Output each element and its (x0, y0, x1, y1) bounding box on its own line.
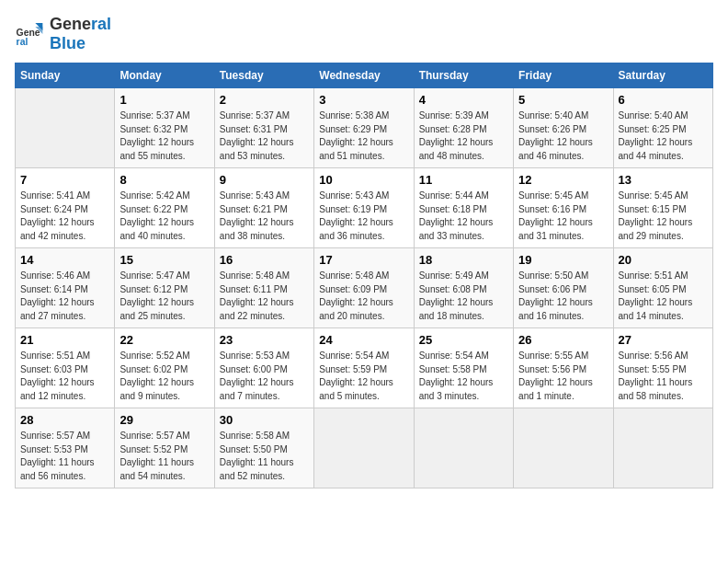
day-number: 16 (220, 253, 309, 267)
day-info: Sunrise: 5:40 AM Sunset: 6:26 PM Dayligh… (518, 109, 608, 163)
day-number: 27 (619, 333, 708, 347)
day-info: Sunrise: 5:52 AM Sunset: 6:02 PM Dayligh… (119, 350, 209, 403)
calendar-cell: 23Sunrise: 5:53 AM Sunset: 6:00 PM Dayli… (214, 328, 313, 408)
page-header: Gene ral General Blue (15, 15, 713, 53)
calendar-cell: 7Sunrise: 5:41 AM Sunset: 6:24 PM Daylig… (16, 168, 115, 248)
day-number: 18 (419, 253, 508, 267)
calendar-cell (514, 408, 613, 488)
day-info: Sunrise: 5:57 AM Sunset: 5:53 PM Dayligh… (20, 430, 109, 483)
day-info: Sunrise: 5:47 AM Sunset: 6:12 PM Dayligh… (119, 270, 209, 323)
day-number: 19 (518, 253, 608, 267)
day-info: Sunrise: 5:44 AM Sunset: 6:18 PM Dayligh… (419, 190, 508, 243)
weekday-header: Thursday (414, 63, 513, 88)
calendar-cell: 21Sunrise: 5:51 AM Sunset: 6:03 PM Dayli… (16, 328, 115, 408)
day-number: 12 (518, 173, 608, 187)
day-number: 4 (419, 93, 508, 107)
calendar-cell: 13Sunrise: 5:45 AM Sunset: 6:15 PM Dayli… (613, 168, 712, 248)
weekday-header: Friday (514, 63, 613, 88)
calendar-cell: 30Sunrise: 5:58 AM Sunset: 5:50 PM Dayli… (214, 408, 313, 488)
day-number: 8 (119, 173, 209, 187)
svg-text:ral: ral (17, 37, 28, 47)
day-number: 23 (220, 333, 309, 347)
calendar-cell: 26Sunrise: 5:55 AM Sunset: 5:56 PM Dayli… (514, 328, 613, 408)
day-number: 1 (119, 93, 209, 107)
day-info: Sunrise: 5:45 AM Sunset: 6:15 PM Dayligh… (619, 190, 708, 243)
calendar-body: 1Sunrise: 5:37 AM Sunset: 6:32 PM Daylig… (16, 88, 713, 488)
weekday-header: Wednesday (314, 63, 414, 88)
day-info: Sunrise: 5:48 AM Sunset: 6:11 PM Dayligh… (220, 270, 309, 323)
day-info: Sunrise: 5:58 AM Sunset: 5:50 PM Dayligh… (220, 430, 309, 483)
calendar-table: SundayMondayTuesdayWednesdayThursdayFrid… (15, 63, 713, 488)
day-number: 21 (20, 333, 109, 347)
day-number: 10 (319, 173, 408, 187)
calendar-week-row: 14Sunrise: 5:46 AM Sunset: 6:14 PM Dayli… (16, 248, 713, 328)
calendar-cell: 22Sunrise: 5:52 AM Sunset: 6:02 PM Dayli… (115, 328, 214, 408)
day-info: Sunrise: 5:48 AM Sunset: 6:09 PM Dayligh… (319, 270, 408, 323)
logo-text2: Blue (50, 34, 111, 53)
day-info: Sunrise: 5:51 AM Sunset: 6:03 PM Dayligh… (20, 350, 109, 403)
day-info: Sunrise: 5:53 AM Sunset: 6:00 PM Dayligh… (220, 350, 309, 403)
day-number: 24 (319, 333, 408, 347)
calendar-cell: 12Sunrise: 5:45 AM Sunset: 6:16 PM Dayli… (514, 168, 613, 248)
day-number: 15 (119, 253, 209, 267)
day-number: 20 (619, 253, 708, 267)
calendar-cell: 25Sunrise: 5:54 AM Sunset: 5:58 PM Dayli… (414, 328, 513, 408)
day-number: 11 (419, 173, 508, 187)
day-number: 13 (619, 173, 708, 187)
calendar-cell: 11Sunrise: 5:44 AM Sunset: 6:18 PM Dayli… (414, 168, 513, 248)
weekday-header: Tuesday (214, 63, 313, 88)
day-number: 30 (220, 413, 309, 427)
day-info: Sunrise: 5:43 AM Sunset: 6:21 PM Dayligh… (220, 190, 309, 243)
day-info: Sunrise: 5:43 AM Sunset: 6:19 PM Dayligh… (319, 190, 408, 243)
day-number: 26 (518, 333, 608, 347)
day-number: 14 (20, 253, 109, 267)
day-info: Sunrise: 5:57 AM Sunset: 5:52 PM Dayligh… (119, 430, 209, 483)
day-number: 6 (619, 93, 708, 107)
logo: Gene ral General Blue (15, 15, 111, 53)
calendar-header-row: SundayMondayTuesdayWednesdayThursdayFrid… (16, 63, 713, 88)
day-info: Sunrise: 5:54 AM Sunset: 5:59 PM Dayligh… (319, 350, 408, 403)
calendar-week-row: 21Sunrise: 5:51 AM Sunset: 6:03 PM Dayli… (16, 328, 713, 408)
calendar-cell: 6Sunrise: 5:40 AM Sunset: 6:25 PM Daylig… (613, 88, 712, 168)
calendar-cell: 27Sunrise: 5:56 AM Sunset: 5:55 PM Dayli… (613, 328, 712, 408)
calendar-cell: 17Sunrise: 5:48 AM Sunset: 6:09 PM Dayli… (314, 248, 414, 328)
calendar-cell (613, 408, 712, 488)
calendar-week-row: 1Sunrise: 5:37 AM Sunset: 6:32 PM Daylig… (16, 88, 713, 168)
calendar-cell: 8Sunrise: 5:42 AM Sunset: 6:22 PM Daylig… (115, 168, 214, 248)
day-number: 25 (419, 333, 508, 347)
weekday-header: Sunday (16, 63, 115, 88)
day-info: Sunrise: 5:56 AM Sunset: 5:55 PM Dayligh… (619, 350, 708, 403)
calendar-cell: 2Sunrise: 5:37 AM Sunset: 6:31 PM Daylig… (214, 88, 313, 168)
day-info: Sunrise: 5:45 AM Sunset: 6:16 PM Dayligh… (518, 190, 608, 243)
calendar-week-row: 28Sunrise: 5:57 AM Sunset: 5:53 PM Dayli… (16, 408, 713, 488)
day-info: Sunrise: 5:37 AM Sunset: 6:31 PM Dayligh… (220, 109, 309, 163)
day-info: Sunrise: 5:49 AM Sunset: 6:08 PM Dayligh… (419, 270, 508, 323)
calendar-cell: 3Sunrise: 5:38 AM Sunset: 6:29 PM Daylig… (314, 88, 414, 168)
day-number: 17 (319, 253, 408, 267)
calendar-cell: 14Sunrise: 5:46 AM Sunset: 6:14 PM Dayli… (16, 248, 115, 328)
weekday-header: Saturday (613, 63, 712, 88)
calendar-cell (314, 408, 414, 488)
day-info: Sunrise: 5:54 AM Sunset: 5:58 PM Dayligh… (419, 350, 508, 403)
calendar-cell: 1Sunrise: 5:37 AM Sunset: 6:32 PM Daylig… (115, 88, 214, 168)
calendar-cell: 10Sunrise: 5:43 AM Sunset: 6:19 PM Dayli… (314, 168, 414, 248)
day-info: Sunrise: 5:46 AM Sunset: 6:14 PM Dayligh… (20, 270, 109, 323)
day-info: Sunrise: 5:42 AM Sunset: 6:22 PM Dayligh… (119, 190, 209, 243)
calendar-cell: 29Sunrise: 5:57 AM Sunset: 5:52 PM Dayli… (115, 408, 214, 488)
day-info: Sunrise: 5:39 AM Sunset: 6:28 PM Dayligh… (419, 109, 508, 163)
day-number: 29 (119, 413, 209, 427)
day-info: Sunrise: 5:40 AM Sunset: 6:25 PM Dayligh… (619, 109, 708, 163)
logo-icon: Gene ral (15, 19, 44, 49)
day-number: 28 (20, 413, 109, 427)
svg-text:Gene: Gene (17, 28, 40, 38)
day-info: Sunrise: 5:41 AM Sunset: 6:24 PM Dayligh… (20, 190, 109, 243)
calendar-cell: 9Sunrise: 5:43 AM Sunset: 6:21 PM Daylig… (214, 168, 313, 248)
calendar-cell: 19Sunrise: 5:50 AM Sunset: 6:06 PM Dayli… (514, 248, 613, 328)
calendar-cell: 28Sunrise: 5:57 AM Sunset: 5:53 PM Dayli… (16, 408, 115, 488)
calendar-cell: 15Sunrise: 5:47 AM Sunset: 6:12 PM Dayli… (115, 248, 214, 328)
day-number: 3 (319, 93, 408, 107)
calendar-cell (16, 88, 115, 168)
calendar-cell (414, 408, 513, 488)
day-info: Sunrise: 5:37 AM Sunset: 6:32 PM Dayligh… (119, 109, 209, 163)
day-info: Sunrise: 5:50 AM Sunset: 6:06 PM Dayligh… (518, 270, 608, 323)
